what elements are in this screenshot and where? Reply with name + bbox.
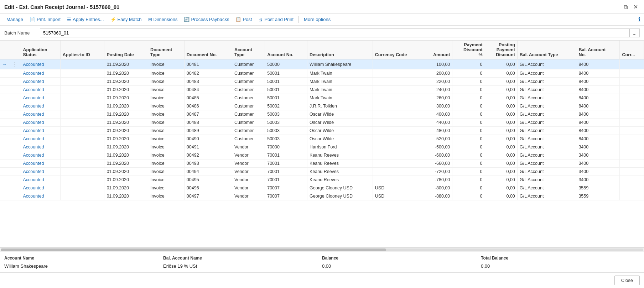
accounted-link[interactable]: Accounted [23,120,44,125]
row-amount: -800,00 [423,184,452,192]
row-menu[interactable] [9,119,21,127]
accounted-link[interactable]: Accounted [23,177,44,182]
row-menu[interactable] [9,69,21,78]
row-menu[interactable] [9,78,21,86]
row-application-status[interactable]: Accounted [21,184,60,192]
table-row[interactable]: Accounted01.09.2020Invoice00484Customer5… [0,86,644,94]
accounted-link[interactable]: Accounted [23,169,44,174]
batch-name-input[interactable] [40,28,629,37]
row-payment-discount-pct: 0 [452,159,485,168]
info-icon[interactable]: ℹ [638,16,640,23]
row-menu[interactable] [9,94,21,102]
row-menu[interactable] [9,86,21,94]
table-row[interactable]: Accounted01.09.2020Invoice00485Customer5… [0,94,644,102]
row-application-status[interactable]: Accounted [21,59,60,69]
table-row[interactable]: Accounted01.09.2020Invoice00489Customer5… [0,127,644,135]
row-application-status[interactable]: Accounted [21,168,60,176]
table-row[interactable]: Accounted01.09.2020Invoice00495Vendor700… [0,176,644,184]
row-context-menu-button[interactable]: ⋮ [11,61,19,68]
accounted-link[interactable]: Accounted [23,128,44,133]
easy-match-button[interactable]: ⚡ Easy Match [108,15,145,23]
row-application-status[interactable]: Accounted [21,159,60,168]
dimensions-button[interactable]: ⊞ Dimensions [145,15,181,23]
row-application-status[interactable]: Accounted [21,135,60,143]
process-paybacks-button[interactable]: 🔄 Process Paybacks [181,15,232,23]
row-application-status[interactable]: Accounted [21,102,60,110]
row-application-status[interactable]: Accounted [21,110,60,119]
table-row[interactable]: →⋮Accounted01.09.2020Invoice00481Custome… [0,59,644,69]
row-document-no: 00490 [184,135,232,143]
row-application-status[interactable]: Accounted [21,119,60,127]
table-row[interactable]: Accounted01.09.2020Invoice00494Vendor700… [0,168,644,176]
pmt-import-button[interactable]: 📄 Pmt. Import [27,15,63,23]
row-menu[interactable] [9,135,21,143]
more-options-button[interactable]: More options [301,15,333,23]
row-application-status[interactable]: Accounted [21,143,60,151]
accounted-link[interactable]: Accounted [23,185,44,190]
table-row[interactable]: Accounted01.09.2020Invoice00483Customer5… [0,78,644,86]
row-menu[interactable] [9,110,21,119]
row-amount: 520,00 [423,135,452,143]
accounted-link[interactable]: Accounted [23,95,44,100]
table-row[interactable]: Accounted01.09.2020Invoice00488Customer5… [0,119,644,127]
post-button[interactable]: 📋 Post [233,15,255,23]
row-application-status[interactable]: Accounted [21,69,60,78]
footer-labels: Account Name Bal. Account Name Balance T… [4,255,640,261]
table-row[interactable]: Accounted01.09.2020Invoice00493Vendor700… [0,159,644,168]
row-bal-account-no: 8400 [576,119,620,127]
accounted-link[interactable]: Accounted [23,194,44,199]
row-currency-code [373,94,423,102]
row-menu[interactable] [9,143,21,151]
row-menu[interactable] [9,168,21,176]
row-application-status[interactable]: Accounted [21,192,60,200]
accounted-link[interactable]: Accounted [23,145,44,150]
row-menu[interactable] [9,184,21,192]
row-arrow [0,143,9,151]
accounted-link[interactable]: Accounted [23,62,44,67]
row-application-status[interactable]: Accounted [21,176,60,184]
restore-button[interactable]: ⧉ [622,3,629,11]
table-row[interactable]: Accounted01.09.2020Invoice00482Customer5… [0,69,644,78]
row-payment-discount-pct: 0 [452,143,485,151]
manage-button[interactable]: Manage [4,15,26,23]
post-and-print-button[interactable]: 🖨 Post and Print [255,15,296,23]
row-application-status[interactable]: Accounted [21,86,60,94]
accounted-link[interactable]: Accounted [23,153,44,158]
table-row[interactable]: Accounted01.09.2020Invoice00492Vendor700… [0,151,644,159]
accounted-link[interactable]: Accounted [23,87,44,92]
row-account-type: Customer [232,110,265,119]
accounted-link[interactable]: Accounted [23,161,44,166]
table-row[interactable]: Accounted01.09.2020Invoice00491Vendor700… [0,143,644,151]
table-row[interactable]: Accounted01.09.2020Invoice00497Vendor700… [0,192,644,200]
accounted-link[interactable]: Accounted [23,136,44,141]
row-menu[interactable]: ⋮ [9,59,21,69]
accounted-link[interactable]: Accounted [23,104,44,109]
row-menu[interactable] [9,159,21,168]
batch-more-button[interactable]: ... [629,28,640,37]
table-row[interactable]: Accounted01.09.2020Invoice00490Customer5… [0,135,644,143]
row-application-status[interactable]: Accounted [21,94,60,102]
table-row[interactable]: Accounted01.09.2020Invoice00487Customer5… [0,110,644,119]
accounted-link[interactable]: Accounted [23,71,44,76]
row-menu[interactable] [9,102,21,110]
row-payment-discount-pct: 0 [452,94,485,102]
close-window-button[interactable]: ✕ [632,3,640,11]
row-menu[interactable] [9,127,21,135]
table-row[interactable]: Accounted01.09.2020Invoice00496Vendor700… [0,184,644,192]
row-application-status[interactable]: Accounted [21,151,60,159]
row-menu[interactable] [9,176,21,184]
table-row[interactable]: Accounted01.09.2020Invoice00486Customer5… [0,102,644,110]
row-menu[interactable] [9,192,21,200]
process-paybacks-icon: 🔄 [184,17,189,22]
accounted-link[interactable]: Accounted [23,79,44,84]
horizontal-scrollbar[interactable] [0,247,644,252]
row-application-status[interactable]: Accounted [21,127,60,135]
table-container[interactable]: ApplicationStatus Applies-to ID Posting … [0,41,644,247]
journal-table: ApplicationStatus Applies-to ID Posting … [0,41,644,200]
close-button[interactable]: Close [614,276,640,285]
row-menu[interactable] [9,151,21,159]
row-posting-payment-discount: 0,00 [485,110,517,119]
row-application-status[interactable]: Accounted [21,78,60,86]
accounted-link[interactable]: Accounted [23,112,44,117]
apply-entries-button[interactable]: ☰ Apply Entries... [64,15,107,23]
